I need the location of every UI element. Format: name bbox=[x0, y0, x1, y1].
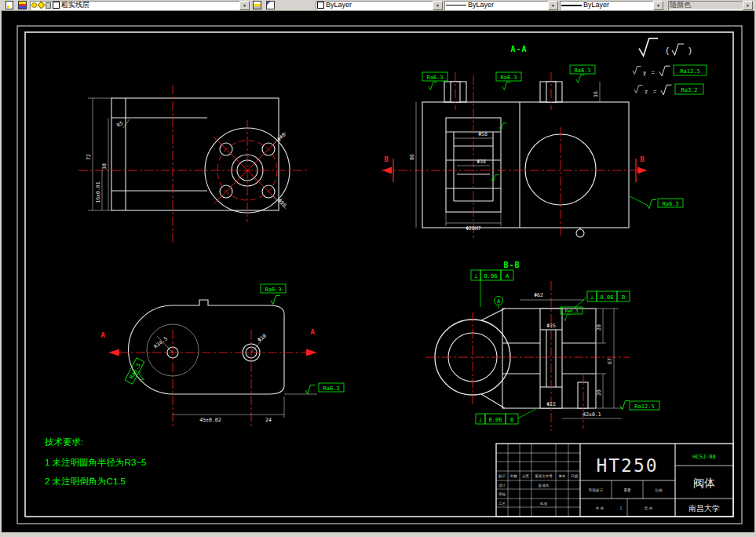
svg-text:批准: 批准 bbox=[539, 502, 548, 506]
dim-text: 16 bbox=[593, 91, 599, 97]
legend-var: y bbox=[643, 69, 646, 76]
svg-text:B: B bbox=[510, 417, 513, 423]
layers-dialog-button[interactable] bbox=[16, 1, 28, 10]
dim-text: R34.5 bbox=[153, 335, 169, 349]
layer-on-icon[interactable] bbox=[31, 2, 37, 8]
dim-text: 20 bbox=[596, 324, 602, 331]
lineweight-sample-icon bbox=[561, 5, 582, 6]
dim-text: 24 bbox=[265, 417, 272, 423]
svg-text:0.06: 0.06 bbox=[489, 417, 502, 423]
ra-label: Ra6.3 bbox=[265, 287, 281, 293]
dim-text: Φ28H7 bbox=[466, 225, 481, 232]
status-bar-strip bbox=[2, 532, 754, 537]
ra-label: Ra6.3 bbox=[426, 75, 443, 81]
ra-label: Ra6.3 bbox=[323, 385, 339, 392]
svg-text:第 张: 第 张 bbox=[645, 506, 653, 510]
paren-close: ) bbox=[688, 46, 692, 55]
dim-text: 20 bbox=[596, 389, 602, 396]
layer-states-icon bbox=[266, 1, 275, 9]
dim-text: 72 bbox=[86, 154, 92, 160]
layer-states-button[interactable] bbox=[265, 1, 276, 10]
dim-text: 86 bbox=[409, 154, 415, 160]
centerlines bbox=[119, 330, 317, 426]
ra-label: Ra3.2 bbox=[681, 87, 697, 93]
svg-text:⊥: ⊥ bbox=[590, 294, 593, 301]
surface-finish-labels: Ra6.3 Ra6.3 Ra6.3 bbox=[125, 284, 344, 394]
svg-text:1: 1 bbox=[620, 506, 623, 510]
linetype-value-text: ByLayer bbox=[468, 1, 546, 9]
svg-text:A: A bbox=[497, 298, 501, 305]
svg-text:比例: 比例 bbox=[656, 488, 663, 493]
centerlines bbox=[382, 72, 647, 238]
section-arrow-icon bbox=[306, 349, 317, 356]
cad-application-window: 粗实线层 ▼ ByLayer ▼ ByLayer ▼ ByLayer ▼ 随颜色… bbox=[0, 0, 756, 537]
chevron-down-icon[interactable]: ▼ bbox=[433, 1, 443, 10]
section-aa-view: A-A bbox=[382, 45, 683, 238]
svg-text:0.06: 0.06 bbox=[484, 273, 498, 279]
layer-dropdown[interactable]: 粗实线层 ▼ bbox=[30, 1, 250, 10]
layer-color-swatch[interactable] bbox=[53, 2, 60, 9]
cut-letter: A bbox=[310, 327, 315, 336]
fcf-top: ⊥ 0.06 A bbox=[471, 270, 513, 307]
chevron-down-icon[interactable]: ▼ bbox=[653, 1, 663, 10]
layer-previous-button[interactable] bbox=[251, 1, 263, 10]
lineweight-dropdown[interactable]: ByLayer ▼ bbox=[560, 1, 663, 10]
ra-label: Ra6.3 bbox=[662, 201, 678, 207]
svg-text:标准化: 标准化 bbox=[538, 483, 550, 488]
section-arrow-icon bbox=[637, 167, 647, 174]
ra-label: Ra12.5 bbox=[634, 404, 654, 410]
dim-text: Φ62 bbox=[534, 292, 543, 298]
chevron-down-icon[interactable]: ▼ bbox=[239, 1, 250, 10]
svg-text:0.06: 0.06 bbox=[601, 294, 614, 301]
section-label: B-B bbox=[503, 261, 520, 269]
surface-finish-icon bbox=[639, 38, 658, 56]
color-value-text: ByLayer bbox=[326, 1, 431, 9]
tech-req-line: 1 未注明圆角半径为R3~5 bbox=[45, 458, 146, 467]
material-text: HT250 bbox=[596, 455, 658, 476]
svg-text:签名: 签名 bbox=[559, 474, 566, 478]
front-view: 72 38 16±0.01 R5 Φ48 Φ98 bbox=[79, 85, 308, 245]
make-layer-current-button[interactable] bbox=[3, 1, 15, 10]
surface-finish-icon bbox=[672, 44, 684, 55]
svg-text:日期: 日期 bbox=[571, 474, 579, 478]
svg-text:阶段标记: 阶段标记 bbox=[589, 488, 604, 493]
technical-requirements: 技术要求: 1 未注明圆角半径为R3~5 2 未注明倒角为C1.5 bbox=[44, 437, 146, 486]
company-name: 南昌大学 bbox=[688, 504, 720, 513]
section-arrow-icon bbox=[108, 349, 119, 356]
section-arrow-icon bbox=[382, 167, 392, 174]
layer-previous-icon bbox=[253, 1, 261, 9]
dim-text: 42±0.1 bbox=[583, 411, 601, 418]
layer-lock-icon[interactable] bbox=[46, 2, 51, 9]
dim-text: Φ38 bbox=[477, 159, 486, 165]
dim-text: Φ10 bbox=[257, 333, 268, 344]
drawing-number: HCSJ-08 bbox=[692, 454, 716, 460]
dim-text: 16±0.01 bbox=[95, 181, 101, 203]
dim-text: 45±0.02 bbox=[199, 417, 221, 423]
svg-text:设计: 设计 bbox=[499, 483, 506, 488]
part-name: 阀体 bbox=[693, 477, 715, 489]
chevron-down-icon[interactable]: ▼ bbox=[548, 1, 558, 10]
svg-text:⊥: ⊥ bbox=[474, 273, 477, 279]
fcf-bottom: ⊥ 0.06 B bbox=[476, 409, 535, 424]
svg-text:重量: 重量 bbox=[624, 488, 632, 492]
drawing-canvas[interactable]: 72 38 16±0.01 R5 Φ48 Φ98 A-A bbox=[2, 11, 756, 532]
svg-text:标记: 标记 bbox=[498, 473, 506, 479]
current-color-swatch bbox=[317, 2, 324, 9]
linetype-dropdown[interactable]: ByLayer ▼ bbox=[444, 1, 558, 10]
dim-text: Φ35 bbox=[546, 323, 556, 329]
svg-text:工艺: 工艺 bbox=[499, 501, 506, 506]
svg-text:分区: 分区 bbox=[522, 473, 530, 478]
fcf-right: ⊥ 0.06 B bbox=[575, 291, 630, 308]
dim-text: 38 bbox=[101, 163, 108, 170]
paren-open: ( bbox=[666, 46, 669, 55]
dim-text: R5 bbox=[116, 120, 125, 129]
cut-letter: B bbox=[384, 155, 389, 163]
color-dropdown[interactable]: ByLayer ▼ bbox=[316, 1, 443, 10]
equals-sign: = bbox=[653, 88, 657, 95]
ra-label: Ra6.3 bbox=[574, 68, 590, 74]
plot-style-dropdown[interactable]: 随颜色 ▼ bbox=[668, 1, 753, 10]
equals-sign: = bbox=[652, 69, 656, 76]
layers-icon bbox=[18, 1, 27, 9]
svg-text:处数: 处数 bbox=[510, 473, 518, 478]
layer-thaw-icon[interactable] bbox=[38, 2, 46, 9]
